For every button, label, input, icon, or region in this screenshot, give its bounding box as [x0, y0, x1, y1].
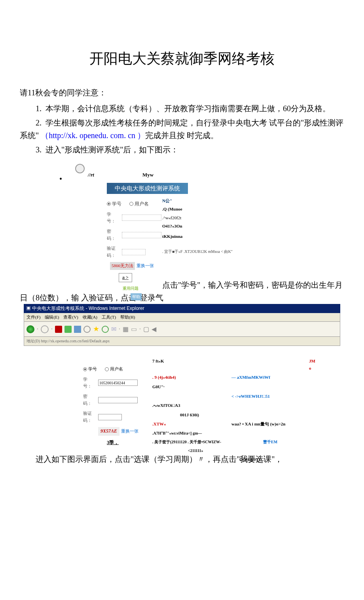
ie-addressbar[interactable]: 地址(D) http://xk.openedu.com.cn/fenl/Defa…	[24, 337, 340, 346]
captcha2-image: 9X57AE	[98, 427, 119, 435]
ann-r2: .^w«f20f2t	[162, 215, 182, 222]
irt-text: //rt	[88, 171, 94, 179]
three-link[interactable]: 3季，	[107, 439, 119, 446]
para-3-text: 进入"形成性测评系统"后，如下图示：	[46, 145, 178, 154]
ann-title: N公"	[162, 197, 182, 205]
faq-link[interactable]: 重用问题	[123, 285, 161, 292]
edit-icon[interactable]: ▭	[131, 324, 137, 334]
radio-student-label: 学号	[112, 200, 121, 208]
misc-icon[interactable]: ◀	[152, 324, 156, 334]
pw-input[interactable]	[122, 232, 161, 238]
id2-label: 学 号：	[83, 376, 98, 390]
search-icon[interactable]	[83, 326, 91, 333]
myw-text: Myw	[142, 171, 154, 179]
captcha-image: 5866无力法	[110, 262, 135, 270]
r6a: . 吴子筐于(29111120 . 关千册•SCWIZW-	[152, 439, 231, 445]
after-ss1-a: 点击"学号"，输入学号和密码，密码是你的出生年月日（8位数），输 入验证码，点击…	[20, 279, 344, 304]
para-3: 3.进入"形成性测评系统"后，如下图示：	[20, 143, 344, 156]
r2b: < ->eWHEWHJ!□51	[231, 393, 311, 400]
history-icon[interactable]	[102, 326, 109, 333]
pw2-label: 密 码：	[83, 393, 98, 407]
login-button[interactable]: a >	[119, 273, 132, 282]
bullet-icon: •	[59, 173, 62, 185]
r8: OOH IOTD	[239, 456, 262, 463]
favorites-icon[interactable]: ★	[93, 323, 99, 335]
para-2: 2.学生根据每次形成性考核任务的时间规定，自行登录中央电大考 试平台的"形成性测…	[20, 116, 344, 142]
ie-title-text: 中央电大形成性考核系统 - Windows Internet Explorer	[32, 306, 144, 311]
radio2-student[interactable]	[83, 367, 87, 371]
r1b: — aXMfmMKWiWf	[231, 374, 311, 381]
num-2: 2.	[36, 118, 42, 127]
para-2b: 完成并且按 时完成。	[145, 131, 218, 140]
cap2-label: 验证码：	[83, 410, 98, 424]
r4b: waa? • XA i mn量句 (w)o>2n	[231, 421, 311, 428]
ie-toolbar: · · ★ ✉ · ▦ ▭ · ▢ ◀	[24, 322, 340, 337]
num-1: 1.	[36, 104, 42, 113]
r7: <211111»	[188, 448, 203, 454]
radio-student[interactable]	[107, 202, 111, 206]
pw-label: 密 码：	[107, 228, 122, 242]
radio2-user[interactable]	[105, 367, 109, 371]
r3a: .•»wXfTOi□A3	[152, 402, 231, 409]
id2-input[interactable]: 1052001450244	[98, 380, 138, 386]
r1a: . 9 (4j«4tih4)	[152, 374, 231, 381]
stop-icon[interactable]	[55, 326, 62, 333]
num-3: 3.	[36, 145, 42, 154]
radio-user-label: 用户名	[135, 200, 149, 208]
screenshot-2: 学号 用户名 学 号： 1052001450244 密 码： 验证码： 9X57…	[44, 358, 320, 449]
radio2-user-label: 用户名	[110, 366, 123, 373]
announcements: N公" .Q (Munoe .^w«f20f2t O41?«3On tKKjui…	[162, 197, 182, 242]
change2-link[interactable]: 重换一张	[121, 428, 138, 435]
ann-r1: .Q (Munoe	[162, 206, 182, 213]
forward-icon[interactable]	[41, 325, 49, 333]
ann2: 7 ft«K JM o . 9 (4j«4tih4) — aXMfmMKWiWf…	[152, 358, 318, 465]
ann-r4: tKKjuinna	[162, 233, 182, 240]
ann-r3: O41?«3On	[162, 223, 182, 230]
system-banner: 中央电大形成性测评系统	[107, 183, 188, 194]
refresh-icon[interactable]	[64, 326, 72, 333]
radio2-student-label: 学号	[88, 366, 97, 373]
screenshot-1: • //rt Myw 中央电大形成性测评系统 学号 用户名 学 号： 密 码： …	[63, 164, 301, 275]
cap-input[interactable]	[122, 249, 146, 255]
change-captcha-link[interactable]: 重换一张	[136, 262, 154, 270]
ie-window: ▣ 中央电大形成性考核系统 - Windows Internet Explore…	[24, 304, 340, 346]
after1-text: 点击"学号"，输入学号和密码，密码是你的出生年月日（8位数），输 入验证码，点击…	[20, 281, 343, 302]
url-link[interactable]: （http://xk. openedu. com. cn ）	[41, 131, 145, 140]
login-form-2: 学号 用户名 学 号： 1052001450244 密 码： 验证码： 9X57…	[83, 366, 138, 450]
radio-user[interactable]	[129, 202, 133, 206]
r5a: .A7H°B°"«wr.viMira<] gm—	[152, 430, 202, 437]
id-input[interactable]	[122, 215, 161, 221]
jmo: JM o	[309, 358, 318, 372]
help-link[interactable]: 帮助	[131, 293, 142, 300]
cap-label: 验证码：	[107, 245, 122, 259]
login-form: 学号 用户名 学 号： 密 码： 验证码： 5866无力法 重换一张 a > 重…	[107, 200, 161, 301]
ie-titlebar: ▣ 中央电大形成性考核系统 - Windows Internet Explore…	[24, 304, 340, 313]
id-label: 学 号：	[107, 211, 122, 225]
nav-back-icon	[75, 164, 85, 173]
cap2-input[interactable]	[98, 414, 122, 420]
ie-menubar[interactable]: 文件(F) 编辑(E) 查看(V) 收藏(A) 工具(T) 帮助(H)	[24, 313, 340, 322]
discuss-icon[interactable]: ▢	[143, 324, 149, 334]
para-1: 1.本学期，会计信息系统（专科）、开放教育学习指南需要在网上做，60分为及格。	[20, 102, 344, 115]
pw2-input[interactable]	[98, 397, 138, 403]
page-title: 开阳电大关蔡就御季网络考核	[20, 47, 344, 70]
mail-icon[interactable]: ✉	[111, 324, 116, 334]
r3b: 001J 630i)	[180, 412, 199, 419]
intro-text: 请11秋会专的同学注意：	[20, 86, 344, 99]
footer-text: . 宜于■于«F .XT2OUB12K mMsoa < 由K"	[162, 249, 233, 255]
r2a: G0U"·	[152, 384, 231, 391]
para-1-text: 本学期，会计信息系统（专科）、开放教育学习指南需要在网上做，60分为及格。	[46, 104, 330, 113]
r6b: 曹千EM	[263, 439, 277, 445]
r4a: .XTW«	[152, 421, 231, 428]
print-icon[interactable]: ▦	[123, 324, 129, 334]
h1: 7 ft«K	[152, 358, 231, 372]
ie-page-icon: ▣	[26, 306, 31, 311]
home-icon[interactable]	[74, 326, 81, 333]
back-icon[interactable]	[27, 325, 34, 333]
